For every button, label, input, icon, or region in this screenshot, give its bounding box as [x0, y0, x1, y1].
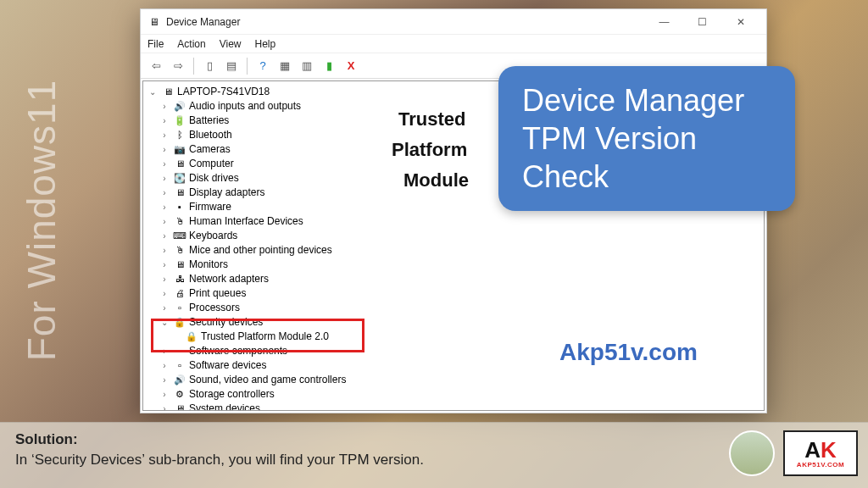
device-icon: 🔒	[185, 331, 198, 343]
tree-item-label: Cameras	[189, 142, 231, 157]
tree-item-label: Trusted Platform Module 2.0	[201, 330, 329, 344]
logo-k: K	[821, 437, 837, 463]
menubar: File Action View Help	[141, 35, 766, 53]
chevron-right-icon[interactable]: ›	[159, 272, 170, 286]
tree-item-label: Firmware	[189, 200, 231, 214]
tree-item[interactable]: ⌄🔒Security devices	[145, 315, 762, 330]
chevron-right-icon[interactable]: ›	[159, 229, 170, 243]
toolbar-separator	[193, 58, 194, 75]
card-line-2: TPM Version	[522, 119, 771, 158]
chevron-right-icon[interactable]: ›	[159, 344, 170, 358]
chevron-right-icon[interactable]: ›	[159, 186, 170, 200]
solution-body: In ‘Security Devices’ sub-branch, you wi…	[15, 452, 853, 469]
tree-item[interactable]: ›⌨Keyboards	[145, 229, 762, 243]
menu-view[interactable]: View	[220, 38, 242, 50]
chevron-right-icon[interactable]: ›	[159, 358, 170, 373]
device-category-icon: 🔊	[173, 374, 186, 386]
website-brand: Akp51v.com	[559, 339, 698, 366]
back-button[interactable]: ⇦	[146, 56, 166, 76]
window-title: Device Manager	[166, 16, 240, 28]
device-category-icon: 🖧	[173, 274, 186, 286]
uninstall-button[interactable]: ▥	[297, 56, 317, 76]
help-button[interactable]: ?	[253, 56, 273, 76]
enable-button[interactable]: ▮	[319, 56, 339, 76]
tree-item[interactable]: ›🔊Sound, video and game controllers	[145, 373, 762, 387]
chevron-right-icon[interactable]: ›	[159, 171, 170, 186]
chevron-right-icon[interactable]: ›	[159, 142, 170, 157]
tree-item-label: Software devices	[189, 358, 266, 373]
tree-item-label: Bluetooth	[189, 128, 232, 142]
tree-item-label: System devices	[189, 402, 260, 411]
tree-item-label: Human Interface Devices	[189, 214, 303, 229]
title-card: Device Manager TPM Version Check	[498, 66, 795, 211]
tree-item-label: Monitors	[189, 258, 228, 272]
tree-item[interactable]: ›🖱Mice and other pointing devices	[145, 243, 762, 258]
device-category-icon: ▫	[173, 360, 186, 372]
chevron-right-icon[interactable]: ›	[159, 128, 170, 142]
scan-button[interactable]: ▤	[221, 56, 242, 76]
chevron-right-icon[interactable]: ›	[159, 301, 170, 315]
chevron-right-icon[interactable]: ›	[159, 387, 170, 402]
menu-action[interactable]: Action	[177, 38, 205, 50]
minimize-button[interactable]: —	[645, 9, 683, 35]
forward-button[interactable]: ⇨	[168, 56, 188, 76]
tree-item[interactable]: ›⚙Storage controllers	[145, 387, 762, 402]
chevron-right-icon[interactable]: ›	[159, 157, 170, 171]
tree-item-label: Sound, video and game controllers	[189, 373, 346, 387]
annotation-platform: Platform	[392, 139, 467, 161]
toolbar-separator	[247, 58, 248, 75]
device-category-icon: ▪	[173, 202, 186, 214]
logo-subtext: AKP51V.COM	[797, 461, 844, 469]
device-category-icon: 🔊	[173, 101, 186, 113]
tree-item-label: Keyboards	[189, 229, 237, 243]
card-line-3: Check	[522, 158, 771, 196]
card-line-1: Device Manager	[522, 81, 771, 119]
tree-item[interactable]: ›🖥Monitors	[145, 258, 762, 272]
close-button[interactable]: ✕	[721, 9, 760, 35]
device-category-icon: ▫	[173, 302, 186, 314]
device-category-icon: 🔒	[173, 317, 186, 329]
chevron-right-icon[interactable]: ›	[159, 258, 170, 272]
tree-item-label: Batteries	[189, 114, 229, 128]
maximize-button[interactable]: ☐	[683, 9, 721, 35]
device-category-icon: ▫	[173, 346, 186, 358]
tree-item-label: Processors	[189, 301, 240, 315]
chevron-right-icon[interactable]: ›	[159, 200, 170, 214]
tree-item[interactable]: ›🖥System devices	[145, 402, 762, 411]
tree-item[interactable]: ›🖧Network adapters	[145, 272, 762, 286]
chevron-right-icon[interactable]: ›	[159, 402, 170, 411]
chevron-right-icon[interactable]: ›	[159, 243, 170, 258]
tree-item[interactable]: ›▫Processors	[145, 301, 762, 315]
properties-button[interactable]: ▯	[199, 56, 220, 76]
chevron-right-icon[interactable]: ›	[159, 99, 170, 114]
chevron-down-icon[interactable]: ⌄	[159, 315, 170, 330]
device-category-icon: 🖥	[173, 403, 186, 412]
chevron-right-icon[interactable]: ›	[159, 214, 170, 229]
tree-item-label: Disk drives	[189, 171, 239, 186]
device-category-icon: 🖥	[173, 187, 186, 199]
chevron-right-icon[interactable]: ›	[159, 114, 170, 128]
update-driver-button[interactable]: ▦	[275, 56, 295, 76]
tree-item-label: Print queues	[189, 286, 246, 301]
device-category-icon: ᛒ	[173, 130, 186, 141]
chevron-right-icon[interactable]: ›	[159, 286, 170, 301]
tree-item-label: Display adapters	[189, 186, 264, 200]
tree-item-label: Audio inputs and outputs	[189, 99, 301, 114]
tree-item[interactable]: ›🖱Human Interface Devices	[145, 214, 762, 229]
tree-item-label: Mice and other pointing devices	[189, 243, 332, 258]
author-avatar	[729, 430, 775, 476]
titlebar[interactable]: 🖥 Device Manager — ☐ ✕	[141, 9, 766, 35]
menu-file[interactable]: File	[147, 38, 164, 50]
tree-item[interactable]: ›🖨Print queues	[145, 286, 762, 301]
solution-title: Solution:	[15, 431, 853, 448]
device-category-icon: 🖨	[173, 288, 186, 300]
sidebar-watermark: For Windows11	[19, 80, 64, 362]
disable-button[interactable]: X	[341, 56, 361, 76]
chevron-down-icon[interactable]: ⌄	[147, 85, 159, 99]
device-category-icon: 🖱	[173, 245, 186, 257]
device-category-icon: 🖥	[173, 158, 186, 170]
device-category-icon: 📷	[173, 144, 186, 156]
menu-help[interactable]: Help	[255, 38, 276, 50]
chevron-right-icon[interactable]: ›	[159, 373, 170, 387]
app-icon: 🖥	[147, 15, 161, 29]
